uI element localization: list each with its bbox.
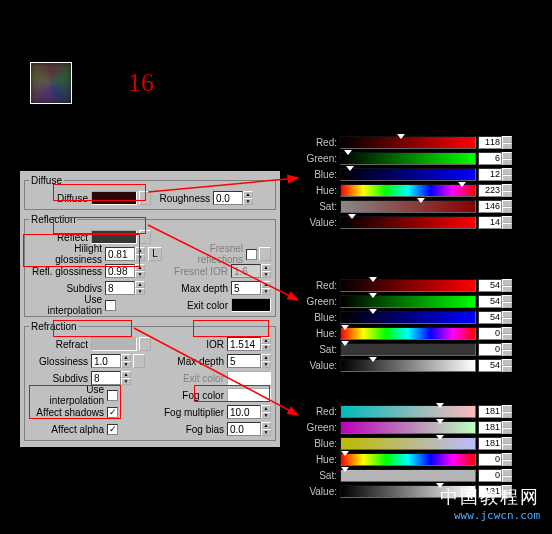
green-value[interactable]: 6 — [478, 152, 502, 165]
hilight-gloss-spinner[interactable]: ▲▼ — [135, 247, 145, 261]
red-spinner[interactable] — [502, 405, 512, 418]
hue-value[interactable]: 223 — [478, 184, 502, 197]
fogcolor-swatch[interactable] — [227, 388, 271, 402]
blue-value[interactable]: 54 — [478, 311, 502, 324]
sat-label: Sat: — [302, 470, 340, 481]
refr-maxdepth-spinner[interactable]: ▲▼ — [261, 354, 271, 368]
refr-interp-checkbox[interactable] — [107, 390, 118, 401]
affect-alpha-checkbox[interactable]: ✓ — [107, 424, 118, 435]
green-slider[interactable] — [340, 421, 476, 434]
diffuse-map-button[interactable] — [139, 191, 151, 205]
green-spinner[interactable] — [502, 152, 512, 165]
refl-gloss-spinner[interactable]: ▲▼ — [135, 264, 145, 278]
refract-map-button[interactable] — [139, 337, 151, 351]
fogmult-spinner[interactable]: ▲▼ — [261, 405, 271, 419]
hilight-gloss-value[interactable]: 0.81 — [105, 247, 135, 261]
sat-slider[interactable] — [340, 343, 476, 356]
refr-gloss-map-button[interactable] — [133, 354, 145, 368]
value-spinner[interactable] — [502, 216, 512, 229]
refr-exitcolor-label: Exit color — [145, 373, 227, 384]
blue-spinner[interactable] — [502, 311, 512, 324]
blue-slider[interactable] — [340, 437, 476, 450]
value-slider[interactable] — [340, 216, 476, 229]
hue-value[interactable]: 0 — [478, 327, 502, 340]
refl-interp-checkbox[interactable] — [105, 300, 116, 311]
roughness-value[interactable]: 0.0 — [213, 191, 243, 205]
refr-exitcolor-swatch[interactable] — [227, 371, 271, 385]
hue-slider[interactable] — [340, 453, 476, 466]
lock-button[interactable]: L — [148, 247, 162, 261]
sat-spinner[interactable] — [502, 469, 512, 482]
hue-slider[interactable] — [340, 184, 476, 197]
fresnel-checkbox[interactable] — [246, 249, 257, 260]
refl-subdivs-spinner[interactable]: ▲▼ — [135, 281, 145, 295]
blue-slider[interactable] — [340, 311, 476, 324]
refl-gloss-value[interactable]: 0.98 — [105, 264, 135, 278]
sat-spinner[interactable] — [502, 343, 512, 356]
ior-value[interactable]: 1.514 — [227, 337, 261, 351]
value-value[interactable]: 54 — [478, 359, 502, 372]
refl-subdivs-value[interactable]: 8 — [105, 281, 135, 295]
refr-gloss-value[interactable]: 1.0 — [91, 354, 121, 368]
refr-maxdepth-label: Max depth — [145, 356, 227, 367]
fresnel-side-button[interactable] — [259, 247, 271, 261]
value-value[interactable]: 14 — [478, 216, 502, 229]
refl-maxdepth-spinner[interactable]: ▲▼ — [261, 281, 271, 295]
fogmult-value[interactable]: 10.0 — [227, 405, 261, 419]
blue-spinner[interactable] — [502, 168, 512, 181]
hue-slider[interactable] — [340, 327, 476, 340]
refr-gloss-spinner[interactable]: ▲▼ — [121, 354, 131, 368]
affect-shadows-checkbox[interactable]: ✓ — [107, 407, 118, 418]
sat-spinner[interactable] — [502, 200, 512, 213]
refr-gloss-label: Glossiness — [29, 356, 91, 367]
red-value[interactable]: 54 — [478, 279, 502, 292]
sat-value[interactable]: 146 — [478, 200, 502, 213]
refr-subdivs-spinner[interactable]: ▲▼ — [121, 371, 131, 385]
refract-swatch[interactable] — [91, 337, 137, 351]
green-slider[interactable] — [340, 152, 476, 165]
refl-exitcolor-swatch[interactable] — [231, 298, 271, 312]
green-value[interactable]: 181 — [478, 421, 502, 434]
diffuse-legend: Diffuse — [29, 175, 64, 186]
sat-slider[interactable] — [340, 200, 476, 213]
color-picker-reflect: Red:54 Green:54 Blue:54 Hue:0 Sat:0 Valu… — [302, 278, 512, 374]
blue-value[interactable]: 181 — [478, 437, 502, 450]
material-thumbnail[interactable] — [30, 62, 72, 104]
red-slider[interactable] — [340, 405, 476, 418]
hue-spinner[interactable] — [502, 184, 512, 197]
reflect-map-button[interactable] — [139, 230, 151, 244]
refr-maxdepth-value[interactable]: 5 — [227, 354, 261, 368]
blue-spinner[interactable] — [502, 437, 512, 450]
roughness-spinner[interactable]: ▲▼ — [243, 191, 253, 205]
green-spinner[interactable] — [502, 295, 512, 308]
sat-value[interactable]: 0 — [478, 469, 502, 482]
reflect-swatch[interactable] — [91, 230, 137, 244]
diffuse-swatch[interactable] — [91, 191, 137, 205]
sat-slider[interactable] — [340, 469, 476, 482]
ior-spinner[interactable]: ▲▼ — [261, 337, 271, 351]
hue-spinner[interactable] — [502, 327, 512, 340]
red-slider[interactable] — [340, 279, 476, 292]
green-spinner[interactable] — [502, 421, 512, 434]
sat-value[interactable]: 0 — [478, 343, 502, 356]
fogmult-label: Fog multiplier — [118, 407, 227, 418]
red-value[interactable]: 181 — [478, 405, 502, 418]
value-spinner[interactable] — [502, 359, 512, 372]
red-slider[interactable] — [340, 136, 476, 149]
green-slider[interactable] — [340, 295, 476, 308]
red-spinner[interactable] — [502, 279, 512, 292]
blue-value[interactable]: 12 — [478, 168, 502, 181]
hue-spinner[interactable] — [502, 453, 512, 466]
refl-maxdepth-value[interactable]: 5 — [231, 281, 261, 295]
green-value[interactable]: 54 — [478, 295, 502, 308]
red-value[interactable]: 118 — [478, 136, 502, 149]
fogbias-value[interactable]: 0.0 — [227, 422, 261, 436]
refr-subdivs-value[interactable]: 8 — [91, 371, 121, 385]
hue-value[interactable]: 0 — [478, 453, 502, 466]
value-label: Value: — [302, 360, 340, 371]
red-spinner[interactable] — [502, 136, 512, 149]
fogbias-spinner[interactable]: ▲▼ — [261, 422, 271, 436]
blue-slider[interactable] — [340, 168, 476, 181]
value-slider[interactable] — [340, 359, 476, 372]
refraction-group: Refraction Refract IOR 1.514 ▲▼ Glossine… — [24, 321, 276, 441]
